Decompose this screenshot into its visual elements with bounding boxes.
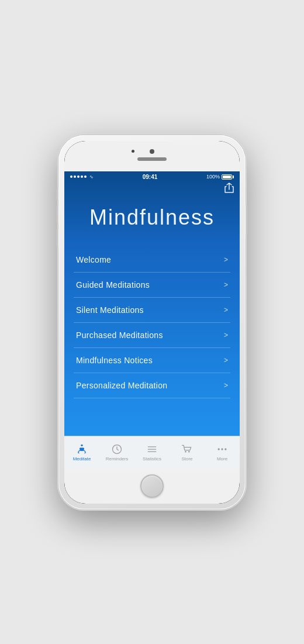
chevron-icon-guided: > bbox=[224, 281, 228, 289]
volume-up-button[interactable] bbox=[57, 205, 58, 224]
tab-bar: Meditate Reminders bbox=[64, 436, 240, 469]
svg-point-0 bbox=[81, 444, 82, 446]
app-title: Mindfulness bbox=[64, 195, 240, 247]
tab-reminders[interactable]: Reminders bbox=[99, 443, 134, 462]
signal-dot-5 bbox=[84, 175, 87, 178]
menu-item-personalized-meditation[interactable]: Personalized Meditation > bbox=[74, 373, 230, 398]
menu-item-guided-meditations[interactable]: Guided Meditations > bbox=[74, 273, 230, 298]
volume-down-button[interactable] bbox=[57, 229, 58, 247]
chevron-icon-mindfulness: > bbox=[224, 356, 228, 364]
signal-strength bbox=[70, 175, 87, 178]
chevron-icon-purchased: > bbox=[224, 331, 228, 339]
chevron-icon-welcome: > bbox=[224, 256, 228, 264]
svg-point-9 bbox=[224, 448, 226, 450]
tab-more-label: More bbox=[217, 456, 227, 462]
tab-meditate-label: Meditate bbox=[73, 456, 91, 462]
battery-percent: 100% bbox=[206, 174, 220, 180]
svg-point-8 bbox=[221, 448, 223, 450]
clock-icon bbox=[111, 443, 123, 455]
menu-list: Welcome > Guided Meditations > Silent Me… bbox=[64, 247, 240, 436]
power-button[interactable] bbox=[246, 205, 247, 235]
status-time: 09:41 bbox=[143, 174, 158, 180]
signal-dot-2 bbox=[74, 175, 76, 178]
signal-dot-4 bbox=[81, 175, 83, 178]
svg-point-7 bbox=[218, 448, 220, 450]
share-button[interactable] bbox=[224, 182, 234, 195]
menu-item-silent-label: Silent Meditations bbox=[76, 305, 144, 315]
status-right: 100% bbox=[206, 174, 234, 180]
menu-item-purchased-label: Purchased Meditations bbox=[76, 330, 163, 340]
home-button[interactable] bbox=[140, 474, 164, 498]
battery-body bbox=[222, 174, 232, 180]
tab-store[interactable]: Store bbox=[170, 443, 205, 462]
menu-item-silent-meditations[interactable]: Silent Meditations > bbox=[74, 298, 230, 323]
menu-item-welcome[interactable]: Welcome > bbox=[74, 247, 230, 273]
battery-tip bbox=[233, 175, 234, 178]
share-button-area bbox=[64, 181, 240, 195]
app-screen: ∿ 09:41 100% bbox=[64, 171, 240, 469]
menu-item-welcome-label: Welcome bbox=[76, 255, 111, 264]
status-left: ∿ bbox=[70, 174, 94, 180]
menu-item-mindfulness-notices[interactable]: Mindfulness Notices > bbox=[74, 348, 230, 373]
more-dots-icon bbox=[216, 443, 228, 455]
tab-more[interactable]: More bbox=[205, 443, 240, 462]
menu-item-mindfulness-label: Mindfulness Notices bbox=[76, 356, 153, 365]
menu-item-guided-label: Guided Meditations bbox=[76, 280, 150, 290]
menu-item-purchased-meditations[interactable]: Purchased Meditations > bbox=[74, 323, 230, 348]
signal-dot-1 bbox=[70, 175, 72, 178]
earpiece-speaker bbox=[137, 157, 167, 161]
battery-icon bbox=[222, 174, 234, 180]
bottom-bezel bbox=[64, 469, 240, 504]
tab-store-label: Store bbox=[181, 456, 192, 462]
signal-dot-3 bbox=[77, 175, 80, 178]
phone-screen-area: ∿ 09:41 100% bbox=[64, 141, 240, 504]
battery-fill bbox=[223, 175, 231, 178]
tab-meditate[interactable]: Meditate bbox=[64, 443, 99, 462]
chevron-icon-personalized: > bbox=[224, 381, 228, 390]
meditate-icon bbox=[76, 443, 88, 455]
menu-item-personalized-label: Personalized Meditation bbox=[76, 381, 167, 390]
mute-button[interactable] bbox=[57, 188, 58, 201]
cart-icon bbox=[181, 443, 193, 455]
tab-statistics-label: Statistics bbox=[143, 456, 161, 462]
camera-lens bbox=[150, 149, 154, 154]
svg-point-6 bbox=[188, 450, 190, 452]
top-bezel bbox=[64, 141, 240, 171]
tab-statistics[interactable]: Statistics bbox=[134, 443, 170, 462]
front-camera bbox=[132, 150, 134, 153]
statistics-icon bbox=[146, 443, 158, 455]
wifi-icon: ∿ bbox=[89, 174, 94, 180]
status-bar: ∿ 09:41 100% bbox=[64, 171, 240, 181]
phone-frame: ∿ 09:41 100% bbox=[58, 135, 246, 509]
svg-point-5 bbox=[185, 450, 186, 452]
tab-reminders-label: Reminders bbox=[106, 456, 129, 462]
chevron-icon-silent: > bbox=[224, 306, 228, 314]
